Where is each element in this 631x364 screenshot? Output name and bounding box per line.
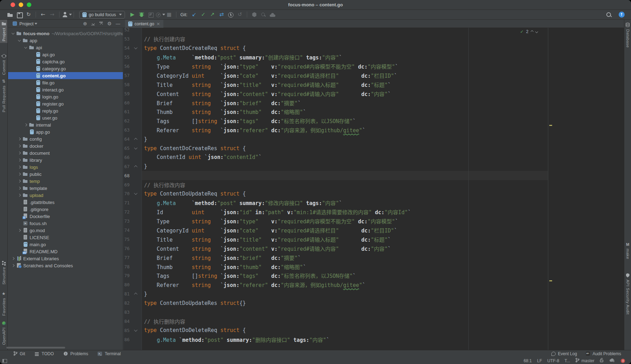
save-button[interactable]	[15, 11, 24, 19]
chevron-right-icon[interactable]	[17, 193, 22, 198]
debug-button[interactable]	[137, 11, 146, 19]
tab-content-go[interactable]: content.go ×	[125, 20, 163, 28]
stripe-item-structure[interactable]: Structure	[0, 259, 7, 286]
line-number[interactable]: 83	[124, 309, 130, 315]
fold-open-icon[interactable]	[134, 146, 138, 149]
prev-problem-icon[interactable]	[531, 30, 533, 33]
editor-line-69[interactable]: 69// 执行修改内容	[124, 180, 624, 189]
tree-item-public[interactable]: public	[8, 171, 123, 178]
cloud-button[interactable]	[268, 11, 277, 19]
fold-end-icon[interactable]	[134, 138, 138, 141]
fold-open-icon[interactable]	[134, 192, 138, 195]
chevron-right-icon[interactable]	[17, 228, 22, 233]
line-number[interactable]: 63	[124, 127, 130, 133]
warning-stripe-mark[interactable]	[549, 280, 552, 281]
editor-line-77[interactable]: 77 Brief string `json:"brief" dc:"摘要"`	[124, 253, 624, 262]
line-number[interactable]: 62	[124, 118, 130, 123]
fold-marker[interactable]	[130, 138, 142, 140]
line-number[interactable]: 86	[124, 337, 130, 342]
line-number[interactable]: 52	[124, 28, 130, 32]
line-number[interactable]: 82	[124, 300, 130, 306]
line-number[interactable]: 75	[124, 237, 130, 242]
chevron-down-icon[interactable]	[11, 31, 15, 36]
toolwindow-button-todo[interactable]: TODO	[35, 351, 54, 356]
editor-line-80[interactable]: 80 Referer string `json:"referer" dc:"内容…	[124, 280, 624, 289]
chevron-down-icon[interactable]	[35, 23, 37, 25]
editor-line-63[interactable]: 63 Referer string `json:"referer" dc:"内容…	[124, 126, 624, 135]
toolwindow-button-event-log[interactable]: Event Log	[551, 351, 577, 356]
line-number[interactable]: 61	[124, 109, 130, 114]
chevron-down-icon[interactable]	[17, 38, 22, 43]
tree-item-document[interactable]: document	[8, 149, 123, 157]
line-number[interactable]: 79	[124, 273, 130, 278]
line-number[interactable]: 77	[124, 255, 130, 260]
settings-gear-button[interactable]: ⚙	[107, 21, 112, 26]
history-button[interactable]	[226, 11, 235, 19]
status-caret-position[interactable]: 68:1	[524, 358, 532, 363]
fold-open-icon[interactable]	[134, 46, 138, 49]
stripe-item-project[interactable]: Project	[0, 20, 7, 43]
chevron-down-icon[interactable]	[24, 45, 28, 50]
chevron-right-icon[interactable]	[11, 256, 15, 261]
tree-item-app[interactable]: app	[8, 37, 123, 44]
user-button[interactable]	[62, 11, 71, 19]
tree-item-internal[interactable]: internal	[8, 121, 123, 128]
tree-item-reply-go[interactable]: reply.go	[8, 107, 123, 114]
tree-item-temp[interactable]: temp	[8, 178, 123, 185]
editor-line-84[interactable]: 84// 执行删除内容	[124, 317, 624, 326]
editor-line-55[interactable]: 55 g.Meta `method:"post" summary:"创建内容接口…	[124, 53, 624, 62]
line-number[interactable]: 68	[124, 173, 130, 178]
run-configuration-select[interactable]: go build focus	[79, 11, 125, 19]
find-usages-button[interactable]	[259, 11, 268, 19]
status-indent[interactable]: T...	[564, 358, 570, 363]
editor-line-68[interactable]: 68	[124, 171, 624, 180]
editor-line-53[interactable]: 53// 执行创建内容	[124, 34, 624, 44]
fold-open-icon[interactable]	[134, 328, 138, 332]
project-view-selector[interactable]: Project	[19, 21, 33, 26]
editor[interactable]: 5253// 执行创建内容54type ContentDoCreateReq s…	[124, 28, 624, 350]
tree-item-template[interactable]: template	[8, 185, 123, 192]
fold-marker[interactable]	[130, 293, 142, 295]
tree-item-focus-sh[interactable]: focus.sh	[8, 220, 123, 227]
line-number[interactable]: 56	[124, 64, 130, 69]
editor-line-61[interactable]: 61 Thumb string `json:"thumb" dc:"缩略图"`	[124, 107, 624, 116]
stripe-item-database[interactable]: Database	[624, 21, 631, 49]
line-number[interactable]: 55	[124, 55, 130, 60]
fold-marker[interactable]	[130, 329, 142, 332]
tree-item-captcha-go[interactable]: captcha.go	[8, 58, 123, 65]
coverage-button[interactable]	[146, 11, 155, 19]
editor-line-54[interactable]: 54type ContentDoCreateReq struct {	[124, 44, 624, 53]
git-merge-button[interactable]: ⇄	[217, 11, 226, 19]
editor-line-70[interactable]: 70type ContentDoUpdateReq struct {	[124, 189, 624, 198]
tree-item-docker[interactable]: docker	[8, 142, 123, 149]
editor-line-72[interactable]: 72 Id uint `json:"id" in:"path" v:"min:1…	[124, 207, 624, 217]
tree-item-focus-mono[interactable]: focus-mono~/Workspace/Go/GOPATH/src/gith…	[8, 30, 123, 37]
next-problem-icon[interactable]	[535, 30, 538, 33]
editor-line-79[interactable]: 79 Tags []string `json:"tags" dc:"标签名称列表…	[124, 271, 624, 280]
status-cloud-sync[interactable]	[609, 358, 615, 364]
tree-item-api[interactable]: api	[8, 44, 123, 51]
line-number[interactable]: 54	[124, 45, 130, 51]
tree-item-config[interactable]: config	[8, 135, 123, 142]
editor-line-57[interactable]: 57 CategoryId uint `json:"cate" v:"requi…	[124, 71, 624, 80]
toolwindow-button-terminal[interactable]: Terminal	[98, 351, 120, 356]
tree-item-logs[interactable]: logs	[8, 164, 123, 171]
hide-panel-button[interactable]: —	[115, 21, 120, 26]
line-number[interactable]: 72	[124, 209, 130, 215]
run-button[interactable]: ▶	[128, 11, 137, 19]
rollback-button[interactable]: ↺	[235, 11, 244, 19]
chevron-right-icon[interactable]	[17, 179, 22, 184]
chevron-right-icon[interactable]	[17, 186, 22, 191]
ide-update-button[interactable]	[617, 11, 626, 19]
editor-line-81[interactable]: 81}	[124, 289, 624, 299]
chevron-right-icon[interactable]	[17, 151, 22, 155]
inspections-widget[interactable]: ✓ 2	[520, 29, 538, 34]
warning-stripe-mark[interactable]	[549, 125, 552, 126]
toolwindow-button-audit-problems[interactable]: Audit Problems	[586, 351, 621, 356]
line-number[interactable]: 60	[124, 100, 130, 106]
tree-item--gitignore[interactable]: .gitignore	[8, 206, 123, 213]
tree-item-external-libraries[interactable]: External Libraries	[8, 255, 123, 262]
line-number[interactable]: 69	[124, 182, 130, 187]
project-hscrollbar[interactable]	[6, 347, 65, 349]
tool-window-toggle-icon[interactable]	[2, 358, 7, 363]
